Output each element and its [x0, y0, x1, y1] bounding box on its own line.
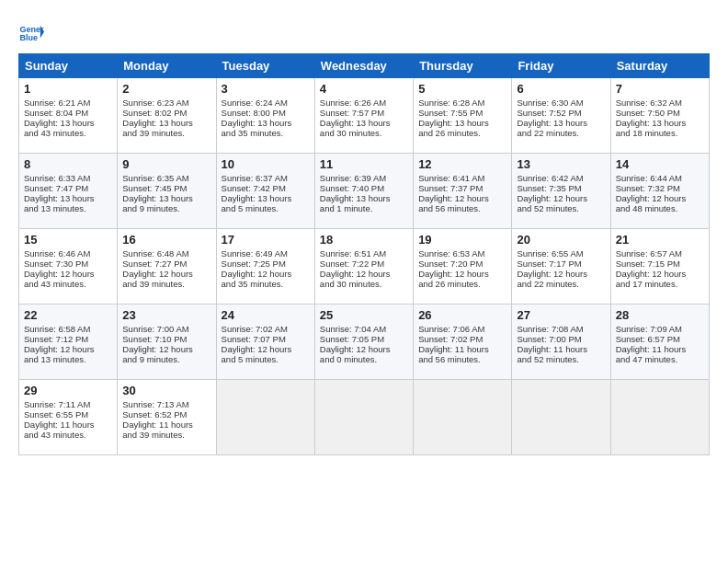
day-number: 22: [24, 308, 112, 322]
day-number: 14: [616, 157, 704, 171]
sunrise: Sunrise: 6:53 AM: [418, 248, 484, 259]
daylight-hours: Daylight: 13 hours: [222, 118, 292, 128]
calendar-cell: 15Sunrise: 6:46 AMSunset: 7:30 PMDayligh…: [19, 229, 118, 304]
sunrise: Sunrise: 7:04 AM: [320, 324, 386, 334]
daylight-hours: Daylight: 12 hours: [320, 269, 391, 279]
daylight-hours: Daylight: 12 hours: [616, 193, 687, 203]
calendar-cell: 25Sunrise: 7:04 AMSunset: 7:05 PMDayligh…: [314, 304, 413, 380]
daylight-hours: Daylight: 12 hours: [24, 344, 95, 354]
calendar-cell: 3Sunrise: 6:24 AMSunset: 8:00 PMDaylight…: [216, 78, 314, 154]
daylight-minutes: and 39 minutes.: [122, 128, 185, 138]
calendar-table: SundayMondayTuesdayWednesdayThursdayFrid…: [18, 53, 710, 455]
daylight-hours: Daylight: 13 hours: [24, 118, 95, 128]
daylight-hours: Daylight: 12 hours: [418, 193, 489, 203]
sunrise: Sunrise: 6:51 AM: [320, 248, 386, 259]
daylight-minutes: and 39 minutes.: [122, 279, 185, 289]
week-row-1: 1Sunrise: 6:21 AMSunset: 8:04 PMDaylight…: [19, 78, 710, 154]
daylight-minutes: and 13 minutes.: [24, 203, 86, 213]
daylight-hours: Daylight: 12 hours: [320, 344, 391, 354]
week-row-4: 22Sunrise: 6:58 AMSunset: 7:12 PMDayligh…: [19, 304, 710, 380]
day-number: 25: [320, 308, 408, 322]
day-number: 6: [517, 82, 605, 96]
sunrise: Sunrise: 6:28 AM: [418, 98, 484, 108]
day-number: 23: [122, 308, 210, 322]
sunset: Sunset: 7:07 PM: [222, 334, 286, 344]
daylight-hours: Daylight: 11 hours: [122, 419, 193, 430]
daylight-minutes: and 30 minutes.: [320, 279, 382, 289]
daylight-minutes: and 22 minutes.: [517, 128, 579, 138]
sunset: Sunset: 7:47 PM: [24, 183, 88, 193]
daylight-minutes: and 48 minutes.: [616, 203, 678, 213]
day-number: 13: [517, 157, 605, 171]
daylight-hours: Daylight: 13 hours: [616, 118, 687, 128]
daylight-minutes: and 56 minutes.: [418, 203, 481, 213]
sunset: Sunset: 8:04 PM: [24, 108, 88, 118]
sunset: Sunset: 6:52 PM: [122, 409, 187, 419]
sunrise: Sunrise: 6:26 AM: [320, 98, 386, 108]
daylight-hours: Daylight: 13 hours: [122, 193, 193, 203]
calendar-cell: 10Sunrise: 6:37 AMSunset: 7:42 PMDayligh…: [216, 154, 314, 229]
day-number: 8: [24, 157, 112, 171]
sunrise: Sunrise: 6:32 AM: [616, 98, 682, 108]
logo-icon: General Blue: [18, 20, 44, 46]
daylight-minutes: and 52 minutes.: [517, 203, 579, 213]
day-number: 17: [222, 233, 310, 247]
sunset: Sunset: 7:10 PM: [122, 334, 187, 344]
calendar-cell: 21Sunrise: 6:57 AMSunset: 7:15 PMDayligh…: [610, 229, 709, 304]
sunset: Sunset: 7:05 PM: [320, 334, 384, 344]
day-number: 16: [122, 233, 210, 247]
sunset: Sunset: 7:25 PM: [222, 259, 286, 269]
daylight-minutes: and 39 minutes.: [122, 430, 185, 440]
sunset: Sunset: 7:30 PM: [24, 259, 88, 269]
sunrise: Sunrise: 6:35 AM: [122, 173, 188, 183]
sunset: Sunset: 7:15 PM: [616, 259, 680, 269]
day-number: 11: [320, 157, 408, 171]
week-row-3: 15Sunrise: 6:46 AMSunset: 7:30 PMDayligh…: [19, 229, 710, 304]
sunrise: Sunrise: 6:58 AM: [24, 324, 90, 334]
calendar-cell: 12Sunrise: 6:41 AMSunset: 7:37 PMDayligh…: [414, 154, 512, 229]
daylight-hours: Daylight: 13 hours: [320, 193, 391, 203]
calendar-cell: 14Sunrise: 6:44 AMSunset: 7:32 PMDayligh…: [610, 154, 709, 229]
calendar-cell: 5Sunrise: 6:28 AMSunset: 7:55 PMDaylight…: [414, 78, 512, 154]
sunrise: Sunrise: 6:49 AM: [222, 248, 288, 259]
calendar-cell: 23Sunrise: 7:00 AMSunset: 7:10 PMDayligh…: [118, 304, 216, 380]
sunrise: Sunrise: 6:33 AM: [24, 173, 90, 183]
sunrise: Sunrise: 6:44 AM: [616, 173, 682, 183]
calendar-cell: 4Sunrise: 6:26 AMSunset: 7:57 PMDaylight…: [314, 78, 413, 154]
daylight-hours: Daylight: 13 hours: [517, 118, 587, 128]
calendar-cell: 26Sunrise: 7:06 AMSunset: 7:02 PMDayligh…: [414, 304, 512, 380]
sunrise: Sunrise: 6:37 AM: [222, 173, 288, 183]
col-header-saturday: Saturday: [610, 54, 709, 78]
day-number: 18: [320, 233, 408, 247]
sunset: Sunset: 7:35 PM: [517, 183, 581, 193]
daylight-hours: Daylight: 11 hours: [616, 344, 687, 354]
day-number: 10: [222, 157, 310, 171]
calendar-cell: 24Sunrise: 7:02 AMSunset: 7:07 PMDayligh…: [216, 304, 314, 380]
daylight-minutes: and 52 minutes.: [517, 354, 579, 364]
sunrise: Sunrise: 7:08 AM: [517, 324, 583, 334]
calendar-cell: 9Sunrise: 6:35 AMSunset: 7:45 PMDaylight…: [118, 154, 216, 229]
day-number: 15: [24, 233, 112, 247]
day-number: 9: [122, 157, 210, 171]
sunset: Sunset: 7:50 PM: [616, 108, 680, 118]
sunset: Sunset: 7:20 PM: [418, 259, 483, 269]
sunrise: Sunrise: 6:41 AM: [418, 173, 484, 183]
day-number: 3: [222, 82, 310, 96]
col-header-friday: Friday: [512, 54, 610, 78]
sunrise: Sunrise: 7:06 AM: [418, 324, 484, 334]
day-number: 7: [616, 82, 704, 96]
day-number: 28: [616, 308, 704, 322]
col-header-tuesday: Tuesday: [216, 54, 314, 78]
sunset: Sunset: 8:00 PM: [222, 108, 286, 118]
daylight-minutes: and 9 minutes.: [122, 203, 179, 213]
daylight-hours: Daylight: 12 hours: [222, 269, 292, 279]
week-row-2: 8Sunrise: 6:33 AMSunset: 7:47 PMDaylight…: [19, 154, 710, 229]
daylight-hours: Daylight: 12 hours: [517, 193, 587, 203]
sunrise: Sunrise: 7:13 AM: [122, 399, 188, 409]
sunset: Sunset: 7:32 PM: [616, 183, 680, 193]
sunrise: Sunrise: 7:02 AM: [222, 324, 288, 334]
day-number: 27: [517, 308, 605, 322]
day-number: 5: [418, 82, 506, 96]
daylight-hours: Daylight: 13 hours: [122, 118, 193, 128]
day-number: 20: [517, 233, 605, 247]
